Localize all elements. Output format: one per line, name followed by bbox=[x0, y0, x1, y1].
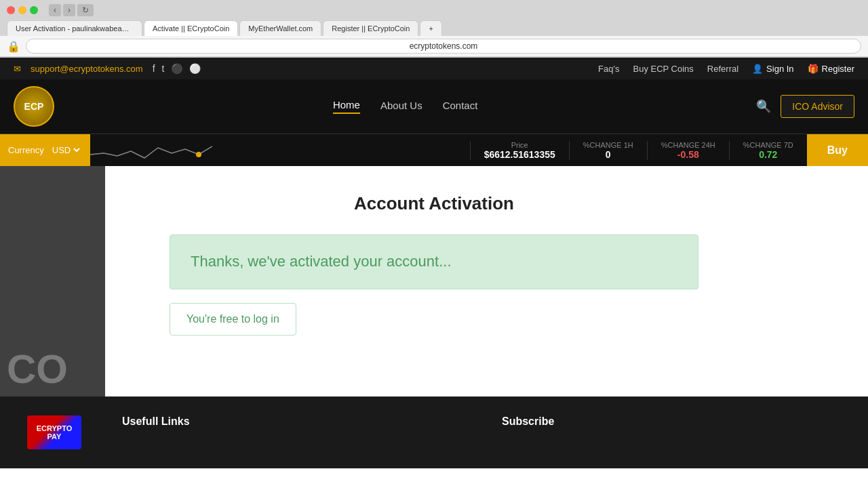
footer: ECRYPTO PAY Usefull Links Subscribe bbox=[0, 396, 868, 468]
new-tab-button[interactable]: + bbox=[420, 20, 441, 36]
address-bar: 🔒 ecryptotokens.com bbox=[0, 36, 868, 57]
signin-button[interactable]: 👤 Sign In bbox=[752, 64, 793, 74]
social-icon-4[interactable]: ⚪ bbox=[189, 63, 201, 74]
footer-useful-links: Usefull Links bbox=[122, 415, 461, 434]
login-prompt-box[interactable]: You're free to log in bbox=[170, 303, 296, 336]
change7d-label: %CHANGE 7D bbox=[743, 141, 793, 149]
price-column: Price $6612.51613355 bbox=[470, 141, 569, 160]
ticker-bar: Currency USD EUR BTC Price $6612.5161335… bbox=[0, 134, 868, 166]
register-icon: 🎁 bbox=[808, 64, 818, 74]
page-title: Account Activation bbox=[170, 193, 698, 214]
change24h-label: %CHANGE 24H bbox=[661, 141, 715, 149]
social-icon-3[interactable]: ⚫ bbox=[171, 63, 182, 74]
close-dot[interactable] bbox=[7, 6, 15, 14]
price-value: $6612.51613355 bbox=[484, 149, 555, 160]
subscribe-title: Subscribe bbox=[502, 415, 841, 428]
nav-about-us[interactable]: About Us bbox=[380, 100, 422, 113]
website: ✉ support@ecryptotokens.com f t ⚫ ⚪ Faq'… bbox=[0, 58, 868, 468]
browser-chrome: ‹ › ↻ User Activation - paulinakwabea@gm… bbox=[0, 0, 868, 58]
ticker-chart bbox=[90, 134, 470, 167]
buy-button[interactable]: Buy bbox=[807, 134, 868, 166]
svg-point-0 bbox=[196, 152, 201, 157]
top-utility-bar: ✉ support@ecryptotokens.com f t ⚫ ⚪ Faq'… bbox=[0, 58, 868, 79]
change1h-label: %CHANGE 1H bbox=[583, 141, 633, 149]
nav-home[interactable]: Home bbox=[333, 99, 360, 114]
tab-activate[interactable]: Activate || ECryptoCoin bbox=[144, 20, 238, 36]
forward-button[interactable]: › bbox=[63, 4, 75, 16]
social-icons: f t ⚫ ⚪ bbox=[153, 63, 201, 74]
currency-dropdown[interactable]: USD EUR BTC bbox=[50, 144, 82, 156]
change1h-value: 0 bbox=[583, 149, 633, 160]
currency-label: Currency bbox=[8, 145, 44, 155]
buy-ecp-link[interactable]: Buy ECP Coins bbox=[633, 64, 693, 74]
price-label: Price bbox=[484, 141, 555, 149]
email-icon: ✉ bbox=[14, 64, 21, 74]
ticker-data: Price $6612.51613355 %CHANGE 1H 0 %CHANG… bbox=[470, 134, 807, 166]
support-email: support@ecryptotokens.com bbox=[31, 64, 143, 74]
faqs-link[interactable]: Faq's bbox=[598, 64, 619, 74]
left-dark-overlay: CO bbox=[0, 166, 105, 396]
refresh-button[interactable]: ↻ bbox=[77, 4, 94, 16]
minimize-dot[interactable] bbox=[18, 6, 26, 14]
top-bar-left: ✉ support@ecryptotokens.com f t ⚫ ⚪ bbox=[14, 63, 201, 74]
nav-right: 🔍 ICO Advisor bbox=[756, 95, 854, 118]
bg-text: CO bbox=[7, 349, 68, 390]
footer-logo-image: ECRYPTO PAY bbox=[27, 415, 81, 449]
site-logo[interactable]: ECP bbox=[14, 86, 54, 127]
register-button[interactable]: 🎁 Register bbox=[808, 64, 854, 74]
change24h-column: %CHANGE 24H -0.58 bbox=[647, 141, 729, 160]
main-navigation: ECP Home About Us Contact 🔍 ICO Advisor bbox=[0, 79, 868, 134]
nav-contact[interactable]: Contact bbox=[443, 100, 478, 113]
browser-window-controls bbox=[7, 6, 38, 14]
activation-success-box: Thanks, we've activated your account... bbox=[170, 235, 698, 289]
facebook-icon[interactable]: f bbox=[153, 63, 155, 74]
activation-message: Thanks, we've activated your account... bbox=[191, 251, 677, 272]
footer-subscribe: Subscribe bbox=[502, 415, 841, 428]
top-bar-right: Faq's Buy ECP Coins Referral 👤 Sign In 🎁… bbox=[598, 64, 854, 74]
signin-label: Sign In bbox=[766, 64, 793, 74]
tab-gmail[interactable]: User Activation - paulinakwabea@gmail.co… bbox=[7, 20, 142, 36]
referral-link[interactable]: Referral bbox=[707, 64, 738, 74]
change7d-value: 0.72 bbox=[743, 149, 793, 160]
footer-logo: ECRYPTO PAY bbox=[27, 415, 81, 449]
login-message: You're free to log in bbox=[186, 313, 279, 325]
tab-register[interactable]: Register || ECryptoCoin bbox=[323, 20, 418, 36]
twitter-icon[interactable]: t bbox=[162, 63, 165, 74]
change24h-value: -0.58 bbox=[661, 149, 715, 160]
useful-links-title: Usefull Links bbox=[122, 415, 461, 428]
secure-icon: 🔒 bbox=[7, 40, 20, 53]
change1h-column: %CHANGE 1H 0 bbox=[569, 141, 647, 160]
url-field[interactable]: ecryptotokens.com bbox=[26, 39, 861, 54]
tab-myether[interactable]: MyEtherWallet.com bbox=[239, 20, 321, 36]
page-content-area: CO Account Activation Thanks, we've acti… bbox=[0, 166, 868, 396]
change7d-column: %CHANGE 7D 0.72 bbox=[729, 141, 807, 160]
nav-links: Home About Us Contact bbox=[333, 99, 477, 114]
back-button[interactable]: ‹ bbox=[49, 4, 61, 16]
main-content: Account Activation Thanks, we've activat… bbox=[156, 166, 712, 363]
search-icon[interactable]: 🔍 bbox=[756, 99, 771, 114]
ico-advisor-button[interactable]: ICO Advisor bbox=[781, 95, 854, 118]
browser-tabs: User Activation - paulinakwabea@gmail.co… bbox=[0, 20, 868, 36]
currency-selector[interactable]: Currency USD EUR BTC bbox=[0, 134, 90, 166]
maximize-dot[interactable] bbox=[30, 6, 38, 14]
register-label: Register bbox=[822, 64, 854, 74]
user-icon: 👤 bbox=[752, 64, 763, 74]
